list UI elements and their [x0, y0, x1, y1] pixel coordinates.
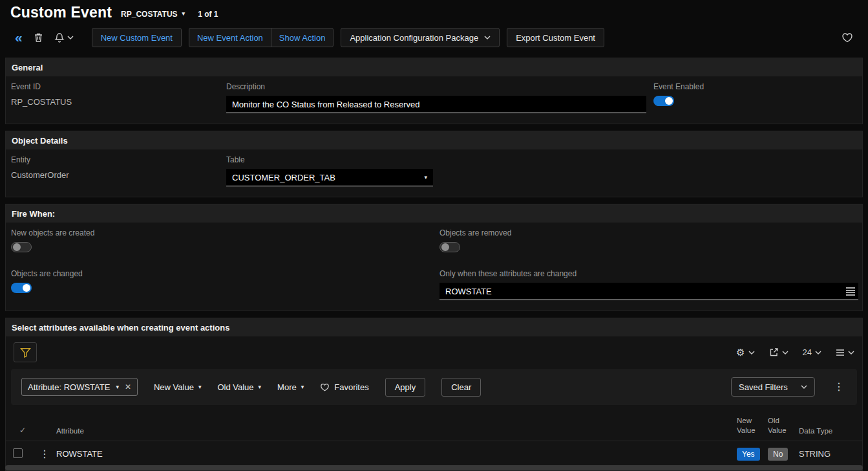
filter-more-dropdown[interactable]: More ▾ — [277, 382, 304, 392]
field-event-id: Event ID RP_COSTATUS — [11, 82, 226, 113]
row-menu-kebab[interactable]: ⋮ — [37, 448, 56, 461]
custom-event-page: Custom Event RP_COSTATUS ▾ 1 of 1 « New … — [0, 0, 868, 471]
chevron-down-icon: ▾ — [198, 384, 202, 390]
gear-icon: ⚙ — [736, 347, 745, 357]
section-general-header: General — [6, 58, 862, 76]
new-event-action-button[interactable]: New Event Action — [189, 28, 271, 47]
section-select-attributes-header: Select attributes available when creatin… — [6, 318, 862, 336]
chevron-down-icon: ▾ — [116, 384, 119, 390]
attributes-changed-field — [439, 283, 858, 300]
delete-button[interactable] — [32, 30, 45, 45]
grid-export-button[interactable] — [769, 347, 789, 357]
filter-menu-kebab[interactable]: ⋮ — [831, 380, 847, 393]
chevron-down-icon — [484, 36, 491, 39]
double-chevron-left-icon: « — [15, 32, 23, 43]
horizontal-scrollbar[interactable] — [5, 465, 863, 470]
table-select-value: CUSTOMER_ORDER_TAB — [232, 173, 335, 182]
table-select[interactable]: CUSTOMER_ORDER_TAB ▾ — [226, 169, 433, 186]
description-input[interactable] — [226, 96, 646, 113]
section-fire-when-body: New objects are created Objects are remo… — [6, 223, 862, 311]
cell-new-value: Yes — [737, 448, 768, 461]
event-action-button-group: New Event Action Show Action — [189, 28, 333, 47]
row-checkbox[interactable] — [13, 448, 23, 458]
chevron-down-icon: ▾ — [182, 11, 185, 17]
chevron-down-icon — [801, 385, 807, 389]
record-id: RP_COSTATUS — [121, 10, 178, 19]
record-pagination: 1 of 1 — [198, 10, 218, 19]
app-config-package-button[interactable]: Application Configuration Package — [341, 28, 500, 47]
page-size-selector[interactable]: 24 — [803, 347, 821, 357]
description-label: Description — [226, 82, 653, 91]
new-custom-event-button[interactable]: New Custom Event — [92, 28, 182, 47]
filter-new-value-dropdown[interactable]: New Value ▾ — [154, 382, 201, 392]
grid-settings-button[interactable]: ⚙ — [736, 347, 754, 357]
column-header-old-value[interactable]: Old Value — [768, 416, 799, 435]
cell-data-type: STRING — [799, 449, 857, 459]
section-fire-when-header: Fire When: — [6, 204, 862, 223]
event-id-label: Event ID — [11, 82, 226, 91]
table-row[interactable]: ⋮ ROWSTATE Yes No STRING — [6, 441, 862, 466]
section-object-details-header: Object Details — [6, 131, 862, 149]
close-icon[interactable]: ✕ — [125, 382, 131, 391]
section-select-attributes: Select attributes available when creatin… — [5, 318, 863, 471]
section-object-details: Object Details Entity CustomerOrder Tabl… — [5, 131, 863, 197]
grid-layout-button[interactable] — [836, 349, 854, 356]
new-objects-created-toggle[interactable] — [11, 242, 32, 252]
clear-button[interactable]: Clear — [441, 378, 481, 397]
column-header-data-type[interactable]: Data Type — [799, 427, 857, 435]
notifications-button[interactable] — [52, 30, 76, 45]
event-enabled-toggle[interactable] — [653, 96, 674, 106]
new-objects-created-label: New objects are created — [11, 228, 439, 237]
table-label: Table — [226, 155, 653, 164]
export-icon — [769, 347, 779, 357]
column-header-new-value[interactable]: New Value — [737, 416, 768, 435]
entity-label: Entity — [11, 155, 226, 164]
list-of-values-icon[interactable] — [845, 287, 856, 296]
filter-new-value-label: New Value — [154, 382, 194, 392]
filter-old-value-dropdown[interactable]: Old Value ▾ — [217, 382, 261, 392]
objects-removed-toggle[interactable] — [439, 242, 460, 252]
grid-toolbar: ⚙ 24 — [6, 336, 862, 367]
filter-bar: Attribute: ROWSTATE ▾ ✕ New Value ▾ Old … — [11, 369, 857, 405]
badge-new-value: Yes — [737, 448, 760, 461]
trash-icon — [34, 32, 43, 43]
select-all-check-icon[interactable]: ✓ — [19, 426, 37, 435]
field-new-objects-created: New objects are created — [11, 228, 439, 255]
favorites-button[interactable]: Favorites — [320, 382, 368, 392]
saved-filters-select[interactable]: Saved Filters — [731, 377, 815, 397]
chevron-down-icon: ▾ — [424, 175, 427, 181]
field-objects-removed: Objects are removed — [439, 228, 858, 255]
entity-value: CustomerOrder — [11, 170, 69, 180]
apply-button[interactable]: Apply — [385, 378, 426, 397]
objects-changed-toggle[interactable] — [11, 283, 32, 293]
column-header-attribute[interactable]: Attribute — [56, 427, 737, 435]
field-entity: Entity CustomerOrder — [11, 155, 226, 186]
chevron-down-icon — [815, 351, 821, 355]
badge-old-value: No — [768, 448, 788, 461]
favorite-button[interactable] — [840, 30, 855, 45]
page-header: Custom Event RP_COSTATUS ▾ 1 of 1 — [0, 0, 868, 23]
section-general: General Event ID RP_COSTATUS Description… — [5, 58, 863, 124]
record-selector[interactable]: RP_COSTATUS ▾ — [121, 10, 185, 19]
filter-chip-attribute[interactable]: Attribute: ROWSTATE ▾ ✕ — [21, 378, 138, 396]
row-checkbox-cell — [11, 448, 37, 460]
page-title: Custom Event — [10, 4, 112, 21]
funnel-icon — [20, 347, 31, 358]
objects-changed-label: Objects are changed — [11, 269, 439, 278]
field-description: Description — [226, 82, 653, 113]
export-custom-event-button[interactable]: Export Custom Event — [507, 28, 604, 47]
attributes-table-header: ✓ Attribute New Value Old Value Data Typ… — [6, 411, 862, 441]
saved-filters-label: Saved Filters — [739, 382, 788, 392]
chevron-down-icon — [848, 351, 854, 355]
chevron-down-icon: ▾ — [301, 384, 304, 390]
attributes-changed-input[interactable] — [439, 283, 858, 300]
collapse-button[interactable]: « — [13, 30, 25, 45]
page-size-value: 24 — [803, 347, 812, 357]
objects-removed-label: Objects are removed — [439, 228, 858, 237]
heart-icon — [842, 32, 853, 43]
cell-attribute: ROWSTATE — [56, 449, 737, 459]
show-action-button[interactable]: Show Action — [271, 28, 333, 47]
favorites-label: Favorites — [334, 382, 368, 392]
filter-chip-label: Attribute: ROWSTATE — [28, 382, 110, 392]
filter-toggle-button[interactable] — [14, 342, 37, 362]
